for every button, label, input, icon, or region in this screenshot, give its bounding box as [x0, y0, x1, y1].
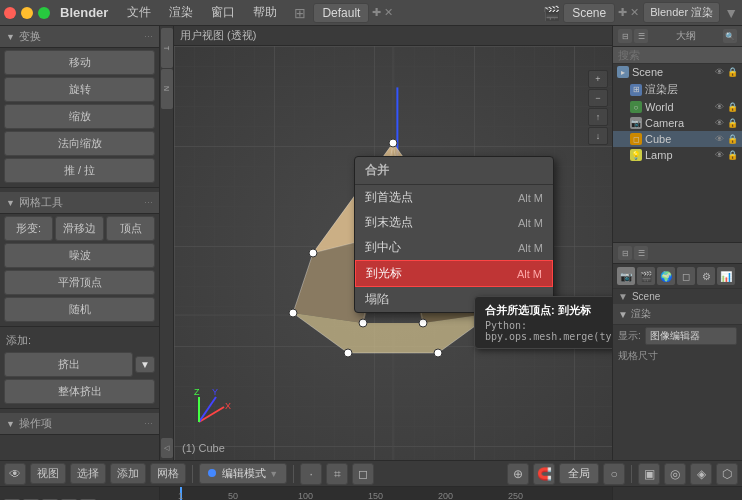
render-btn-scene[interactable]: 🎬 [637, 267, 655, 285]
timeline-right: 当前帧: 1 [612, 487, 742, 500]
toolbar-mesh[interactable]: 网格 [150, 463, 186, 484]
proportional-btn[interactable]: ○ [603, 463, 625, 485]
tooltip-code: Python: bpy.ops.mesh.merge(type='CURSOR'… [485, 320, 612, 342]
svg-point-22 [434, 349, 442, 357]
nav-btn-3[interactable]: ↑ [588, 108, 608, 126]
tool-random[interactable]: 随机 [4, 297, 155, 322]
strip-icon-3[interactable]: ◁ [161, 438, 173, 458]
timeline-main[interactable]: 1 50 100 150 200 250 [160, 487, 612, 500]
menu-item-2[interactable]: 到中心 Alt M [355, 235, 553, 260]
zoom-out-btn[interactable]: − [588, 89, 608, 107]
vertex-btn[interactable]: · [300, 463, 322, 485]
ops-section-header: ▼ 操作项 ⋯ [0, 413, 159, 435]
render-arrow: ▼ [618, 309, 628, 320]
face-btn[interactable]: ◻ [352, 463, 374, 485]
tool-slide-edge[interactable]: 滑移边 [55, 216, 104, 241]
render-btn-data[interactable]: 📊 [717, 267, 735, 285]
nav-btn-4[interactable]: ↓ [588, 127, 608, 145]
toolbar-view[interactable]: 视图 [30, 463, 66, 484]
outliner-item-scene[interactable]: ▸ Scene 👁 🔒 [613, 64, 742, 80]
snap-btn[interactable]: 🧲 [533, 463, 555, 485]
tool-noise[interactable]: 噪波 [4, 243, 155, 268]
outliner-light-icon: 💡 [630, 149, 642, 161]
tool-push-pull[interactable]: 推 / 拉 [4, 158, 155, 183]
scene-selector[interactable]: Scene [563, 3, 615, 23]
tool-scale[interactable]: 缩放 [4, 104, 155, 129]
maximize-button[interactable] [38, 7, 50, 19]
tool-vertex[interactable]: 顶点 [106, 216, 155, 241]
props-icon-2[interactable]: ☰ [634, 246, 648, 260]
top-bar: Blender 文件 渲染 窗口 帮助 ⊞ Default ✚ ✕ 🎬 Scen… [0, 0, 742, 26]
props-icon-1[interactable]: ⊟ [618, 246, 632, 260]
close-button[interactable] [4, 7, 16, 19]
viewport-nav-buttons: + − ↑ ↓ [588, 70, 608, 145]
render-section-header[interactable]: ▼ 渲染 [613, 304, 742, 325]
solid-btn[interactable]: ◎ [664, 463, 686, 485]
mode-selector[interactable]: 编辑模式 ▼ [199, 463, 287, 484]
toolbar-select[interactable]: 选择 [70, 463, 106, 484]
menu-item-3-active[interactable]: 到光标 Alt M [355, 260, 553, 287]
window-controls [4, 7, 50, 19]
toolbar-add[interactable]: 添加 [110, 463, 146, 484]
outliner-item-world[interactable]: ○ World 👁 🔒 [613, 99, 742, 115]
menu-render[interactable]: 渲染 [162, 2, 200, 23]
ops-arrow: ▼ [6, 419, 15, 429]
render-btn-world[interactable]: 🌍 [657, 267, 675, 285]
minimize-button[interactable] [21, 7, 33, 19]
tool-move[interactable]: 移动 [4, 50, 155, 75]
svg-point-24 [359, 319, 367, 327]
mesh-tools-row1: 形变: 滑移边 顶点 [4, 216, 155, 241]
render-btn-obj[interactable]: ◻ [677, 267, 695, 285]
extrude-dropdown[interactable]: ▼ [135, 356, 155, 373]
outliner-search-icon[interactable]: 🔍 [723, 29, 737, 43]
tool-smooth-vertex[interactable]: 平滑顶点 [4, 270, 155, 295]
app-title: Blender [60, 5, 108, 20]
outliner-icon-1[interactable]: ⊟ [618, 29, 632, 43]
menu-window[interactable]: 窗口 [204, 2, 242, 23]
menu-file[interactable]: 文件 [120, 2, 158, 23]
display-value[interactable]: 图像编辑器 [645, 327, 737, 345]
tool-rotate[interactable]: 旋转 [4, 77, 155, 102]
menu-item-1[interactable]: 到末选点 Alt M [355, 210, 553, 235]
outliner-item-cube[interactable]: ◻ Cube 👁 🔒 [613, 131, 742, 147]
mesh-tools-label: 网格工具 [19, 195, 63, 210]
right-panel: ⊟ ☰ 大纲 🔍 ▸ Scene 👁 🔒 ⊞ 渲染层 ○ Wor [612, 26, 742, 460]
ops-label: 操作项 [19, 416, 52, 431]
wireframe-btn[interactable]: ⬡ [716, 463, 738, 485]
mesh-arrow: ▼ [6, 198, 15, 208]
edge-btn[interactable]: ⌗ [326, 463, 348, 485]
render-btn-mod[interactable]: ⚙ [697, 267, 715, 285]
tool-normal-scale[interactable]: 法向缩放 [4, 131, 155, 156]
viewport-canvas[interactable]: X Y Z (1) Cube + − ↑ ↓ 合并 到首选点 [174, 46, 612, 460]
mode-label: 编辑模式 [222, 467, 266, 479]
tool-extrude-all[interactable]: 整体挤出 [4, 379, 155, 404]
svg-line-28 [199, 397, 216, 422]
outliner-item-camera[interactable]: 📷 Camera 👁 🔒 [613, 115, 742, 131]
texture-btn[interactable]: ◈ [690, 463, 712, 485]
tool-extrude[interactable]: 挤出 [4, 352, 133, 377]
strip-icon-2[interactable]: N [161, 69, 173, 109]
outliner-icon-2[interactable]: ☰ [634, 29, 648, 43]
viewport-bottom-label: (1) Cube [182, 442, 225, 454]
render-preview-btn[interactable]: ▣ [638, 463, 660, 485]
transform-section-header: ▼ 变换 ⋯ [0, 26, 159, 48]
menu-item-0[interactable]: 到首选点 Alt M [355, 185, 553, 210]
viewport-3d[interactable]: 用户视图 (透视) [174, 26, 612, 460]
toolbar-icon-view[interactable]: 👁 [4, 463, 26, 485]
frame-label-200: 200 [438, 491, 453, 500]
render-icon-bar: 📷 🎬 🌍 ◻ ⚙ 📊 [613, 264, 742, 289]
menu-help[interactable]: 帮助 [246, 2, 284, 23]
render-btn-camera[interactable]: 📷 [617, 267, 635, 285]
pivot-btn[interactable]: ⊕ [507, 463, 529, 485]
outliner-header-icons: ⊟ ☰ [618, 29, 648, 43]
zoom-in-btn[interactable]: + [588, 70, 608, 88]
strip-icon-1[interactable]: T [161, 28, 173, 68]
viewport-header: 用户视图 (透视) [174, 26, 612, 46]
divider-3 [631, 465, 632, 483]
outliner-search-input[interactable] [613, 47, 742, 64]
outliner-item-lamp[interactable]: 💡 Lamp 👁 🔒 [613, 147, 742, 163]
workspace-selector[interactable]: Default [313, 3, 369, 23]
tool-transform[interactable]: 形变: [4, 216, 53, 241]
outliner-item-layer[interactable]: ⊞ 渲染层 [613, 80, 742, 99]
global-selector[interactable]: 全局 [559, 463, 599, 484]
